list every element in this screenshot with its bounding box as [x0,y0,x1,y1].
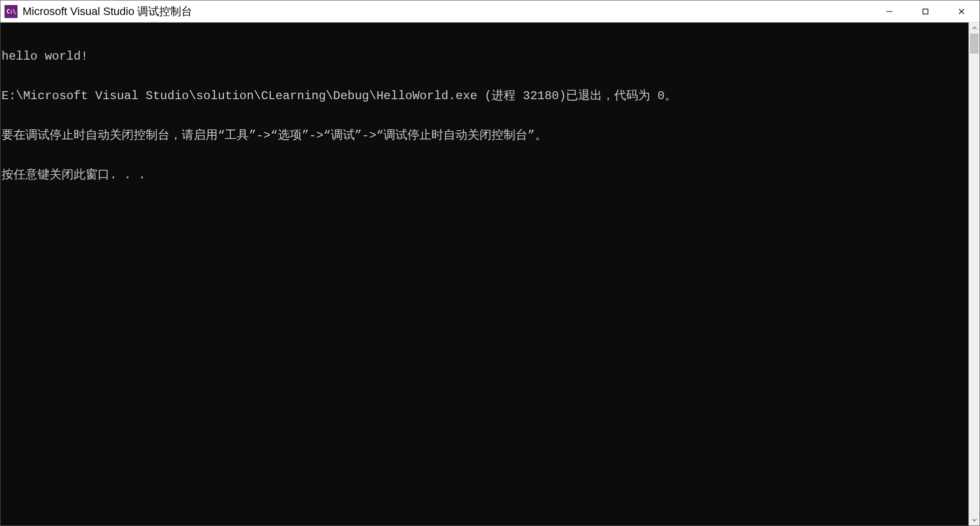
vertical-scrollbar[interactable] [968,23,979,525]
console-line: E:\Microsoft Visual Studio\solution\CLea… [2,90,968,103]
svg-rect-1 [923,9,928,14]
scrollbar-track[interactable] [969,34,979,514]
window-title: Microsoft Visual Studio 调试控制台 [23,4,871,19]
close-button[interactable] [943,1,979,22]
minimize-icon [885,8,893,16]
console-output[interactable]: hello world! E:\Microsoft Visual Studio\… [1,23,968,525]
console-area: hello world! E:\Microsoft Visual Studio\… [1,23,979,525]
scroll-up-button[interactable] [969,23,979,34]
minimize-button[interactable] [871,1,907,22]
maximize-icon [921,8,929,16]
console-line: 按任意键关闭此窗口. . . [2,169,968,182]
titlebar: C:\ Microsoft Visual Studio 调试控制台 [1,1,979,23]
close-icon [957,8,965,16]
scrollbar-thumb[interactable] [970,34,978,54]
chevron-down-icon [972,517,977,522]
console-line: hello world! [2,50,968,63]
scroll-down-button[interactable] [969,514,979,525]
console-line: 要在调试停止时自动关闭控制台，请启用“工具”->“选项”->“调试”->“调试停… [2,129,968,142]
app-icon: C:\ [5,5,18,18]
chevron-up-icon [972,26,977,31]
window-controls [871,1,979,22]
maximize-button[interactable] [907,1,943,22]
